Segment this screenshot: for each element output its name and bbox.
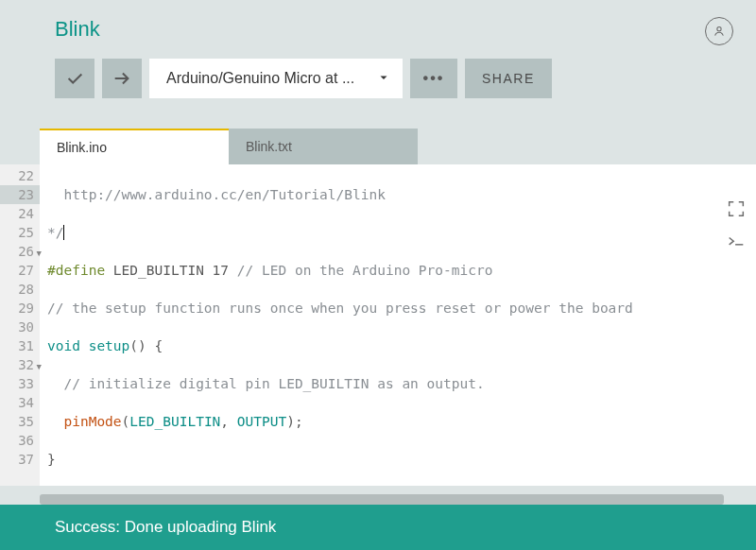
code-area[interactable]: http://www.arduino.cc/en/Tutorial/Blink … [40, 164, 756, 486]
expand-icon[interactable] [726, 198, 747, 219]
chevron-down-icon [378, 70, 389, 87]
share-button[interactable]: SHARE [465, 59, 552, 98]
text-cursor [63, 225, 64, 240]
more-options-button[interactable]: ••• [410, 59, 457, 98]
gutter-line: 24 [0, 204, 40, 223]
gutter-line: 25 [0, 223, 40, 242]
gutter-line: 29 [0, 299, 40, 318]
tab-blink-txt[interactable]: Blink.txt [229, 129, 418, 164]
verify-button[interactable] [55, 59, 94, 98]
gutter-line: 35 [0, 412, 40, 431]
account-icon[interactable] [705, 17, 733, 45]
gutter-line: 27 [0, 261, 40, 280]
gutter-line: 26▼ [0, 242, 40, 261]
line-gutter: 22 23 24 25 26▼ 27 28 29 30 31 32▼ 33 34… [0, 164, 40, 486]
gutter-line: 33 [0, 374, 40, 393]
gutter-line: 37 [0, 450, 40, 469]
gutter-line: 31 [0, 336, 40, 355]
tab-label: Blink.txt [246, 139, 292, 154]
upload-button[interactable] [102, 59, 142, 98]
gutter-line: 32▼ [0, 355, 40, 374]
status-bar: Success: Done uploading Blink [0, 505, 756, 550]
terminal-icon[interactable] [726, 232, 747, 253]
horizontal-scrollbar[interactable] [40, 494, 724, 505]
gutter-line: 36 [0, 431, 40, 450]
gutter-line: 28 [0, 280, 40, 299]
tab-blink-ino[interactable]: Blink.ino [40, 129, 229, 164]
gutter-line: 23 [0, 185, 40, 204]
board-select-label: Arduino/Genuino Micro at ... [166, 70, 354, 87]
tab-bar: Blink.ino Blink.txt [40, 129, 756, 164]
page-title: Blink [55, 17, 100, 42]
gutter-line: 30 [0, 318, 40, 336]
tab-label: Blink.ino [57, 140, 107, 155]
gutter-line: 22 [0, 166, 40, 185]
code-editor[interactable]: 22 23 24 25 26▼ 27 28 29 30 31 32▼ 33 34… [0, 164, 756, 486]
svg-point-0 [717, 27, 721, 31]
status-text: Success: Done uploading Blink [55, 518, 276, 537]
board-select[interactable]: Arduino/Genuino Micro at ... [149, 59, 403, 98]
gutter-line: 34 [0, 393, 40, 412]
